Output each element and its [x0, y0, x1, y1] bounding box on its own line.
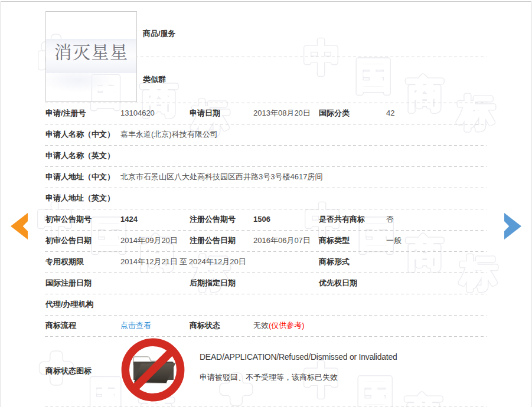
svg-text:商: 商 — [406, 392, 442, 407]
svg-text:国: 国 — [355, 55, 392, 96]
svg-text:国: 国 — [90, 375, 122, 407]
svg-text:商: 商 — [407, 74, 443, 114]
svg-text:商: 商 — [407, 233, 443, 274]
svg-text:国: 国 — [357, 373, 394, 407]
svg-text:标: 标 — [457, 92, 495, 133]
svg-text:中: 中 — [304, 37, 341, 78]
